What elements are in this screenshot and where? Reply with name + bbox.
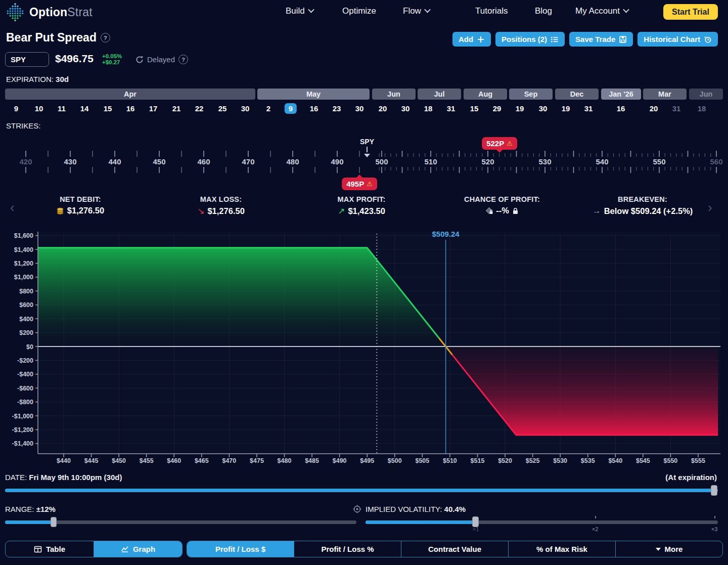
expiration-date-apr-16[interactable]: 16 [122, 103, 139, 114]
tab-label: Profit / Loss % [321, 545, 374, 553]
expiration-date-apr-25[interactable]: 25 [214, 103, 231, 114]
iv-tick-label-3: ×3 [711, 526, 718, 532]
tab-graph[interactable]: Graph [94, 541, 182, 557]
stat-label: CHANCE OF PROFIT: [432, 195, 572, 203]
strike-tick-label: 450 [153, 157, 165, 166]
delayed-help-icon[interactable]: ? [178, 55, 188, 64]
expiration-date-sep-19[interactable]: 19 [512, 103, 528, 114]
expiration-month-jul[interactable]: Jul [418, 89, 461, 100]
target-icon[interactable] [353, 505, 361, 513]
start-trial-button[interactable]: Start Trial [663, 4, 718, 20]
tab-label: % of Max Risk [536, 545, 587, 553]
range-slider-handle[interactable] [51, 517, 57, 527]
expiration-date-sep-30[interactable]: 30 [535, 103, 552, 114]
expiration-date-jun-20[interactable]: 20 [375, 103, 391, 114]
expiration-date-apr-10[interactable]: 10 [31, 103, 48, 114]
y-axis-tick-label: $1,200 [14, 260, 33, 267]
expiration-date-apr-22[interactable]: 22 [191, 103, 208, 114]
expiration-month-dec[interactable]: Dec [555, 89, 599, 100]
expiration-month-jun[interactable]: Jun [689, 89, 723, 100]
profit-loss-chart[interactable]: $509.24$1,600$1,400$1,200$1,000$800$600$… [0, 227, 728, 464]
expiration-date-aug-29[interactable]: 29 [489, 103, 506, 114]
expiration-date-aug-15[interactable]: 15 [466, 103, 483, 114]
arrow-up-right-icon: ↗ [338, 206, 345, 216]
tab-of-max-risk[interactable]: % of Max Risk [508, 541, 615, 557]
expiration-date-mar-20[interactable]: 20 [646, 103, 662, 114]
x-axis-tick-label: $475 [250, 457, 264, 464]
expiration-date-may-23[interactable]: 23 [329, 103, 345, 114]
expiration-date-jun-18[interactable]: 18 [694, 103, 710, 114]
expiration-month-jan-26[interactable]: Jan '26 [601, 89, 641, 100]
x-axis-tick-label: $525 [526, 457, 540, 464]
expiration-month-aug[interactable]: Aug [464, 89, 507, 100]
x-axis-tick-label: $495 [360, 457, 374, 464]
expiration-date-may-9[interactable]: 9 [285, 103, 297, 114]
expiration-date-dec-19[interactable]: 19 [558, 103, 574, 114]
nav-item-tutorials[interactable]: Tutorials [475, 6, 508, 16]
tab-table[interactable]: Table [6, 541, 94, 557]
expiration-date-apr-21[interactable]: 21 [168, 103, 185, 114]
stat-value-row: ↗$1,423.50 [291, 206, 432, 216]
expiration-date-may-16[interactable]: 16 [306, 103, 323, 114]
iv-tick-label-2: ×2 [592, 526, 599, 532]
brand-logo[interactable]: OptionStrat [5, 2, 93, 22]
stat-label: BREAKEVEN: [572, 195, 713, 203]
expiration-date-apr-17[interactable]: 17 [145, 103, 162, 114]
stat-value-row: $1,276.50 [10, 206, 151, 215]
tab-profit-loss[interactable]: Profit / Loss $ [187, 541, 294, 557]
expiration-date-may-2[interactable]: 2 [262, 103, 275, 114]
stat-value: $1,423.50 [348, 206, 385, 216]
expiration-month-mar[interactable]: Mar [643, 89, 687, 100]
warning-icon: ⚠ [367, 180, 373, 188]
nav-item-optimize[interactable]: Optimize [342, 6, 376, 16]
expiration-date-apr-15[interactable]: 15 [100, 103, 116, 114]
expiration-date-jul-31[interactable]: 31 [443, 103, 460, 114]
nav-item-flow[interactable]: Flow [403, 6, 430, 16]
range-slider-track[interactable] [5, 520, 356, 524]
nav-item-my-account[interactable]: My Account [575, 6, 628, 16]
save-trade-button[interactable]: Save Trade [569, 32, 633, 47]
historical-chart-button[interactable]: Historical Chart [638, 32, 718, 47]
positions-2-button[interactable]: Positions (2) [495, 32, 565, 47]
nav-item-label: Flow [403, 6, 421, 16]
expiration-date-apr-9[interactable]: 9 [10, 103, 22, 114]
expiration-month-apr[interactable]: Apr [5, 89, 255, 100]
expiration-date-jan-26-16[interactable]: 16 [613, 103, 629, 114]
nav-item-label: Optimize [342, 6, 376, 16]
nav-item-blog[interactable]: Blog [535, 6, 552, 16]
expiration-date-jul-18[interactable]: 18 [420, 103, 437, 114]
stats-next-chevron[interactable]: › [708, 202, 712, 212]
expiration-date-apr-14[interactable]: 14 [76, 103, 93, 114]
delayed-label: Delayed [147, 55, 175, 64]
strike-badge-522p[interactable]: 522P⚠ [482, 137, 517, 150]
expiration-date-mar-31[interactable]: 31 [668, 103, 685, 114]
expiration-date-jun-30[interactable]: 30 [397, 103, 414, 114]
symbol-input[interactable]: SPY [5, 52, 49, 67]
x-axis-tick-label: $510 [443, 457, 457, 464]
expiration-date-dec-31[interactable]: 31 [580, 103, 597, 114]
stock-price: $496.75 [55, 53, 94, 65]
expiration-date-apr-30[interactable]: 30 [237, 103, 254, 114]
refresh-icon[interactable] [135, 56, 144, 64]
expiration-month-may[interactable]: May [257, 89, 370, 100]
list-icon [551, 35, 559, 44]
x-axis-tick-label: $450 [112, 457, 126, 464]
nav-item-label: Blog [535, 6, 552, 16]
help-icon[interactable]: ? [101, 33, 110, 42]
tab-contract-value[interactable]: Contract Value [401, 541, 508, 557]
tab-label: More [665, 545, 683, 553]
expiration-date-may-30[interactable]: 30 [351, 103, 368, 114]
iv-slider-handle[interactable] [472, 516, 479, 527]
nav-item-label: Build [286, 6, 305, 16]
expiration-month-sep[interactable]: Sep [509, 89, 553, 100]
nav-item-build[interactable]: Build [286, 6, 313, 16]
add-button[interactable]: Add [452, 32, 491, 47]
y-axis-tick-label: $600 [19, 301, 33, 309]
expiration-date-apr-11[interactable]: 11 [54, 103, 70, 114]
tab-profit-loss[interactable]: Profit / Loss % [294, 541, 401, 557]
tab-more[interactable]: More [615, 541, 722, 557]
expiration-month-jun[interactable]: Jun [372, 89, 416, 100]
strike-tick-label: 420 [19, 157, 32, 166]
date-slider-handle[interactable] [711, 485, 717, 496]
strike-badge-495p[interactable]: 495P⚠ [342, 178, 377, 190]
